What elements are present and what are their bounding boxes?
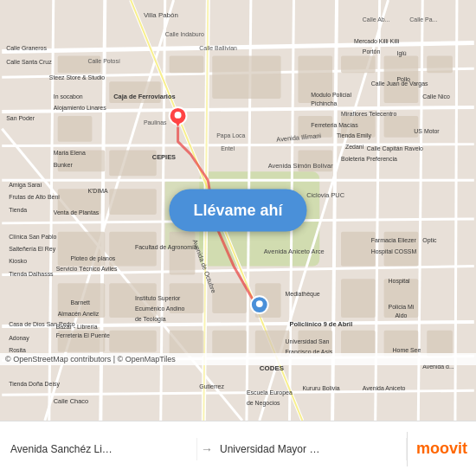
svg-text:Bazar - Librería: Bazar - Librería (56, 324, 98, 330)
svg-text:Venta de Plantas: Venta de Plantas (54, 209, 100, 215)
svg-text:de Teología: de Teología (135, 316, 166, 323)
svg-text:Avenida Simón Bolívar: Avenida Simón Bolívar (268, 162, 333, 170)
svg-text:Calle Pa...: Calle Pa... (409, 16, 437, 23)
svg-text:CEPIES: CEPIES (152, 153, 176, 161)
svg-rect-51 (341, 232, 376, 267)
svg-text:CODES: CODES (260, 364, 284, 372)
svg-text:Escuela Europea: Escuela Europea (247, 389, 293, 396)
svg-text:Zedani: Zedani (345, 144, 364, 150)
svg-text:Policlínico 9 de Abril: Policlínico 9 de Abril (290, 320, 353, 328)
svg-text:Calle Potosí: Calle Potosí (87, 58, 119, 64)
svg-text:Frutas de Alto Beni: Frutas de Alto Beni (9, 194, 60, 200)
svg-text:Adonay: Adonay (9, 335, 29, 342)
svg-rect-56 (212, 283, 247, 313)
svg-text:Calle Indaburo: Calle Indaburo (165, 31, 204, 37)
origin-item[interactable]: Avenida Sanchéz Lim... (0, 438, 197, 460)
svg-text:Avenida Aniceto: Avenida Aniceto (363, 385, 406, 391)
svg-text:Gutierrez: Gutierrez (199, 383, 224, 389)
svg-text:Barnett: Barnett (71, 299, 90, 306)
svg-text:Calle Santa Cruz: Calle Santa Cruz (6, 59, 52, 65)
svg-rect-45 (341, 55, 376, 73)
svg-rect-33 (109, 151, 157, 177)
svg-text:Rosita: Rosita (9, 347, 26, 353)
svg-text:Calle Graneros: Calle Graneros (6, 45, 47, 51)
svg-text:Caja de Ferroviarios: Caja de Ferroviarios (113, 93, 175, 100)
svg-point-150 (175, 112, 182, 119)
svg-text:Aldo: Aldo (396, 312, 408, 318)
svg-text:Ferreteria Macías: Ferreteria Macías (311, 122, 358, 128)
svg-text:Hospital: Hospital (389, 278, 411, 285)
svg-text:Calle Ab...: Calle Ab... (363, 16, 390, 23)
svg-text:Tienda Emily: Tienda Emily (337, 132, 371, 139)
svg-text:Clínica San Pablo: Clínica San Pablo (9, 234, 56, 240)
svg-text:Tienda Dalhasss: Tienda Dalhasss (9, 271, 54, 277)
svg-text:Iglú: Iglú (396, 50, 406, 57)
app-container: Villa Pabón Calle Indaburo Calle Ballivi… (0, 0, 476, 476)
svg-rect-50 (384, 116, 419, 138)
svg-rect-41 (109, 331, 157, 352)
svg-text:In socabon: In socabon (54, 93, 83, 100)
svg-text:Mediathèque: Mediathèque (286, 291, 320, 298)
svg-text:Papa Loca: Papa Loca (216, 132, 245, 139)
svg-text:Ecuménico Andino: Ecuménico Andino (135, 306, 185, 312)
svg-rect-66 (170, 232, 196, 275)
svg-text:Entel: Entel (221, 145, 235, 151)
copyright-text: © OpenStreetMap contributors | © OpenMap… (5, 355, 176, 363)
svg-text:Ploteo de planos: Ploteo de planos (71, 255, 116, 262)
destination-label: Universidad Mayor De San... (220, 443, 324, 455)
svg-text:Tienda: Tienda (9, 207, 27, 213)
svg-rect-31 (58, 116, 93, 142)
svg-text:Calle Capitán Ravelo: Calle Capitán Ravelo (367, 145, 423, 152)
svg-text:Calle Ballivian: Calle Ballivian (199, 45, 237, 51)
svg-text:Pollo: Pollo (396, 76, 410, 82)
svg-text:Universidad San: Universidad San (286, 338, 330, 344)
svg-text:Farmacia Eliezer: Farmacia Eliezer (371, 237, 417, 243)
svg-text:Pichincha: Pichincha (311, 100, 337, 106)
svg-text:Almacén Aneliz: Almacén Aneliz (58, 311, 100, 317)
svg-text:de Negocios: de Negocios (247, 400, 280, 407)
svg-text:Policia Mi: Policia Mi (389, 304, 415, 310)
svg-text:Steez Store & Studio: Steez Store & Studio (49, 74, 106, 80)
svg-text:Modulo Policial: Modulo Policial (311, 92, 351, 98)
svg-text:Home See: Home See (393, 347, 421, 353)
svg-text:Paulinas: Paulinas (144, 119, 167, 125)
svg-point-152 (256, 300, 263, 307)
svg-text:Facultad de Agronomía: Facultad de Agronomía (135, 244, 197, 251)
svg-text:Optic: Optic (422, 237, 437, 244)
copyright-bar: © OpenStreetMap contributors | © OpenMap… (0, 353, 476, 365)
svg-rect-53 (341, 279, 376, 318)
svg-text:Portón: Portón (363, 48, 381, 55)
svg-text:Mercado Killi Killi: Mercado Killi Killi (354, 38, 400, 44)
arrow-separator: → (197, 442, 216, 456)
origin-label: Avenida Sanchéz Lim... (10, 443, 114, 455)
svg-text:Tienda Doña Deisy: Tienda Doña Deisy (9, 381, 60, 388)
svg-text:Miraflores Telecentro: Miraflores Telecentro (341, 111, 396, 117)
svg-rect-47 (427, 55, 453, 73)
bottom-bar: Avenida Sanchéz Lim... → Universidad May… (0, 421, 476, 476)
svg-text:Ferreteria El Puente: Ferreteria El Puente (56, 332, 110, 338)
svg-text:Kururu Bolivia: Kururu Bolivia (302, 385, 339, 391)
svg-text:Boleteria Preferencia: Boleteria Preferencia (341, 156, 397, 162)
svg-text:Instituto Superior: Instituto Superior (135, 295, 181, 302)
moovit-logo: moovit (408, 434, 476, 463)
svg-text:Calle Nico: Calle Nico (422, 93, 450, 100)
svg-text:Maria Elena: Maria Elena (54, 150, 86, 156)
svg-text:Bunker: Bunker (54, 162, 74, 168)
svg-text:Hospital COSSM: Hospital COSSM (371, 248, 417, 255)
svg-text:Servicio Técnico Aviles: Servicio Técnico Aviles (56, 266, 118, 272)
svg-text:Villa Pabón: Villa Pabón (144, 11, 178, 19)
destination-item[interactable]: Universidad Mayor De San... (216, 438, 407, 460)
svg-text:Calle Chaco: Calle Chaco (54, 397, 88, 405)
map-area: Villa Pabón Calle Indaburo Calle Ballivi… (0, 0, 476, 421)
svg-text:Ciclovia PUC: Ciclovia PUC (306, 191, 344, 199)
take-me-button[interactable]: Llévame ahí (169, 190, 306, 232)
moovit-logo-text: moovit (416, 440, 467, 458)
svg-rect-43 (212, 55, 280, 99)
svg-text:K'DIMA: K'DIMA (87, 188, 108, 194)
svg-text:Kiosko: Kiosko (9, 258, 27, 264)
svg-rect-42 (170, 55, 204, 73)
svg-text:Salteñería El Rey: Salteñería El Rey (9, 246, 56, 253)
svg-text:Avenida Aniceto Arce: Avenida Aniceto Arce (264, 248, 325, 255)
svg-text:Alojamiento Linares: Alojamiento Linares (54, 105, 106, 112)
svg-text:San Poder: San Poder (6, 115, 35, 121)
